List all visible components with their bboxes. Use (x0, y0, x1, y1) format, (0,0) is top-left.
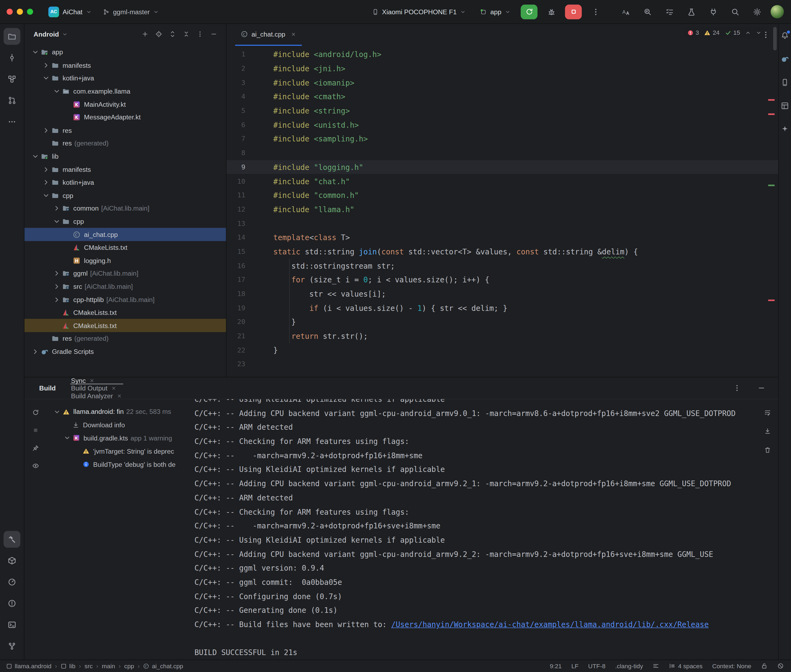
locate-file-button[interactable] (152, 28, 165, 40)
code-line-20[interactable]: 20 } (226, 315, 778, 329)
scroll-end-button[interactable] (761, 425, 773, 437)
close-tab-icon[interactable] (89, 378, 95, 383)
tree-item-cpp[interactable]: cpp (24, 215, 226, 228)
breadcrumb-ai-chat-cpp[interactable]: C+ai_chat.cpp (143, 662, 183, 669)
build-tree-item-buildtype-debug-is-both-de[interactable]: BuildType 'debug' is both de (47, 458, 194, 471)
status-formatter-icon[interactable] (653, 662, 659, 669)
problems-button[interactable] (3, 595, 20, 611)
add-button[interactable] (139, 28, 151, 40)
collapse-all-button[interactable] (180, 28, 192, 40)
tree-item-res[interactable]: res (24, 124, 226, 137)
code-line-5[interactable]: 5#include <string> (226, 104, 778, 117)
tree-item-kotlin-java[interactable]: kotlin+java (24, 72, 226, 85)
build-tab-build-analyzer[interactable]: Build Analyzer (70, 392, 123, 399)
structure-button[interactable] (3, 71, 20, 87)
build-tree-item-llama-android-fin[interactable]: llama.android: fin22 sec, 583 ms (47, 405, 194, 418)
tree-item-ai-chat-cpp[interactable]: C+ai_chat.cpp (24, 228, 226, 241)
tree-item-res[interactable]: res(generated) (24, 332, 226, 345)
tree-item-cpp-httplib[interactable]: cpp-httplib[AiChat.lib.main] (24, 293, 226, 306)
avatar[interactable] (770, 5, 784, 18)
project-widget[interactable]: AC AiChat (44, 4, 96, 19)
code-line-21[interactable]: 21 return str.str(); (226, 329, 778, 343)
tree-item-lib[interactable]: lib (24, 150, 226, 163)
search-button[interactable] (727, 3, 744, 20)
settings-button[interactable] (749, 3, 765, 20)
eye-button[interactable] (30, 460, 42, 472)
breadcrumb-lib[interactable]: lib (61, 662, 75, 669)
close-window-button[interactable] (7, 9, 13, 15)
tree-item-kotlin-java[interactable]: kotlin+java (24, 176, 226, 189)
more-run-actions-button[interactable] (588, 5, 603, 19)
minimize-window-button[interactable] (17, 9, 23, 15)
tree-item-gradle-scripts[interactable]: Gradle Scripts (24, 345, 226, 358)
code-inspection-button[interactable] (639, 3, 656, 20)
expand-all-button[interactable] (166, 28, 178, 40)
todo-list-button[interactable] (661, 3, 678, 20)
tree-item-src[interactable]: src[AiChat.lib.main] (24, 280, 226, 293)
pull-request-button[interactable] (3, 92, 20, 109)
code-line-23[interactable]: 23 (226, 357, 778, 371)
close-tab-icon[interactable] (290, 31, 296, 37)
code-line-12[interactable]: 12#include "llama.h" (226, 202, 778, 216)
git-button[interactable] (3, 638, 20, 654)
code-line-4[interactable]: 4#include <cmath> (226, 90, 778, 104)
breadcrumb-src[interactable]: src (85, 662, 93, 669)
code-line-7[interactable]: 7#include <sampling.h> (226, 132, 778, 146)
build-console[interactable]: C/C++: -- Using KleidiAI optimized kerne… (194, 399, 757, 659)
build-button[interactable] (3, 531, 20, 547)
tree-item-messageadapter-kt[interactable]: KMessageAdapter.kt (24, 111, 226, 124)
build-tab-build-output[interactable]: Build Output (70, 384, 123, 392)
gradle-button[interactable] (779, 53, 791, 65)
change-stripe-mark[interactable] (768, 185, 775, 186)
code-line-17[interactable]: 17 for (size_t i = 0; i < values.size();… (226, 273, 778, 286)
layout-inspector-button[interactable] (779, 100, 791, 112)
chevron-down-icon[interactable] (756, 30, 761, 35)
branch-widget[interactable]: ggml-master (99, 6, 163, 18)
console-path-link[interactable]: /Users/hanyin/Workspace/ai-chat/examples… (391, 620, 709, 629)
code-line-10[interactable]: 10#include "chat.h" (226, 174, 778, 188)
breadcrumb-cpp[interactable]: cpp (124, 662, 134, 669)
hide-panel-button[interactable] (208, 28, 220, 40)
status-lf[interactable]: LF (571, 662, 579, 669)
code-line-14[interactable]: 14template<class T> (226, 230, 778, 245)
inspections-widget[interactable]: 3 24 15 (684, 27, 765, 38)
code-line-8[interactable]: 8 (226, 146, 778, 160)
tree-item-manifests[interactable]: manifests (24, 163, 226, 176)
error-stripe-mark[interactable] (768, 299, 775, 301)
editor-tab-ai-chat-cpp[interactable]: C+ ai_chat.cpp (235, 23, 302, 46)
beaker-button[interactable] (683, 3, 700, 20)
tree-item-ggml[interactable]: ggml[AiChat.lib.main] (24, 267, 226, 280)
rerun-app-button[interactable] (521, 4, 537, 19)
tree-item-com-example-llama[interactable]: com.example.llama (24, 85, 226, 98)
status-9-21[interactable]: 9:21 (550, 662, 562, 669)
notifications-button[interactable] (779, 30, 791, 42)
code-line-13[interactable]: 13 (226, 216, 778, 230)
breadcrumb-llama-android[interactable]: llama.android (6, 662, 51, 669)
rerun-button[interactable] (30, 406, 42, 418)
profiler-button[interactable] (3, 573, 20, 590)
code-line-1[interactable]: 1#include <android/log.h> (226, 47, 778, 61)
code-line-2[interactable]: 2#include <jni.h> (226, 61, 778, 75)
tree-item-cmakelists-txt[interactable]: CMakeLists.txt (24, 306, 226, 319)
run-configuration-selector[interactable]: app (476, 6, 515, 18)
code-line-22[interactable]: 22} (226, 343, 778, 357)
tree-item-cmakelists-txt[interactable]: CMakeLists.txt (24, 241, 226, 254)
code-line-11[interactable]: 11#include "common.h" (226, 188, 778, 202)
debug-app-button[interactable] (544, 5, 559, 19)
build-tab-sync[interactable]: Sync (70, 376, 123, 384)
status-utf-8[interactable]: UTF-8 (588, 662, 605, 669)
stop-app-button[interactable] (565, 4, 582, 19)
code-line-18[interactable]: 18 str << values[i]; (226, 286, 778, 301)
tree-item-logging-h[interactable]: Hlogging.h (24, 254, 226, 267)
status-unlock-icon[interactable] (761, 662, 768, 669)
hide-build-panel-button[interactable] (754, 381, 769, 395)
build-options-button[interactable] (729, 381, 745, 395)
code-editor[interactable]: 1#include <android/log.h>2#include <jni.… (226, 45, 778, 377)
code-line-3[interactable]: 3#include <iomanip> (226, 75, 778, 90)
more-button[interactable] (194, 28, 206, 40)
breadcrumb-main[interactable]: main (102, 662, 115, 669)
error-stripe-mark[interactable] (768, 99, 775, 101)
soft-wrap-button[interactable] (761, 406, 773, 418)
packages-button[interactable] (3, 552, 20, 569)
error-stripe-mark[interactable] (768, 114, 775, 115)
